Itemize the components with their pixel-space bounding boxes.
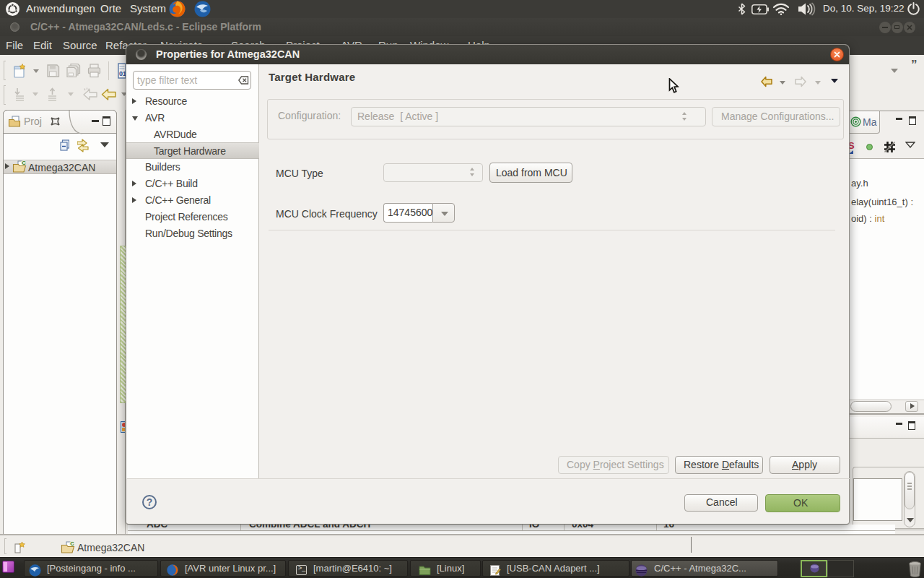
svg-text:01: 01 — [119, 70, 126, 77]
svg-text:C: C — [70, 541, 74, 547]
svg-text:C: C — [22, 160, 26, 166]
